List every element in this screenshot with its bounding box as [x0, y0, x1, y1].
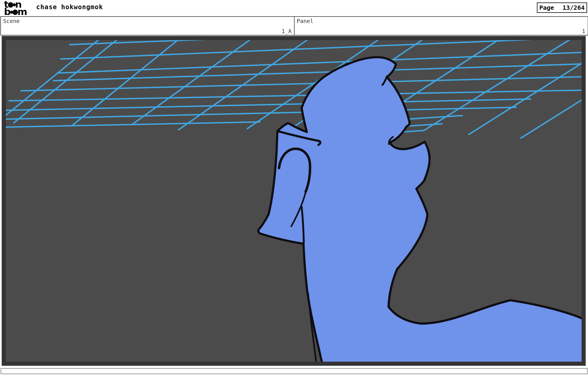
- grid-line: [424, 38, 573, 131]
- storyboard-page: t●●n b●●m chase hokwongmok Page 13/264 S…: [0, 0, 588, 380]
- grid-line: [520, 98, 585, 139]
- grid-line: [13, 38, 120, 123]
- perspective-grid: [5, 37, 585, 138]
- logo-letter: b: [4, 8, 10, 15]
- panel-cell: Panel 1: [295, 17, 588, 35]
- storyboard-panel-canvas: [2, 36, 586, 366]
- scene-panel-row: Scene 1_A Panel 1: [0, 16, 588, 35]
- grid-line: [71, 38, 181, 126]
- project-author-title: chase hokwongmok: [36, 3, 103, 11]
- character-silhouette: [258, 57, 586, 365]
- scene-value: 1_A: [281, 28, 292, 34]
- logo-letter: m: [17, 8, 27, 15]
- page-header: t●●n b●●m chase hokwongmok Page 13/264: [0, 0, 588, 16]
- panel-label: Panel: [297, 18, 313, 24]
- logo-dot-icon: ●: [12, 8, 18, 15]
- scene-label: Scene: [3, 18, 20, 24]
- caption-bar: [1, 368, 588, 374]
- toonboom-logo-row2: b●●m: [4, 8, 35, 15]
- character-figure: [258, 57, 586, 365]
- grid-line: [5, 38, 101, 116]
- storyboard-drawing: [2, 36, 586, 366]
- panel-value: 1: [582, 28, 585, 34]
- toonboom-logo: t●●n b●●m: [4, 1, 35, 15]
- page-number-value: 13/264: [563, 4, 585, 11]
- grid-line: [131, 38, 253, 125]
- page-label: Page: [539, 4, 554, 11]
- grid-line: [468, 61, 585, 135]
- page-number-box: Page 13/264: [537, 2, 587, 13]
- scene-cell: Scene 1_A: [1, 17, 295, 35]
